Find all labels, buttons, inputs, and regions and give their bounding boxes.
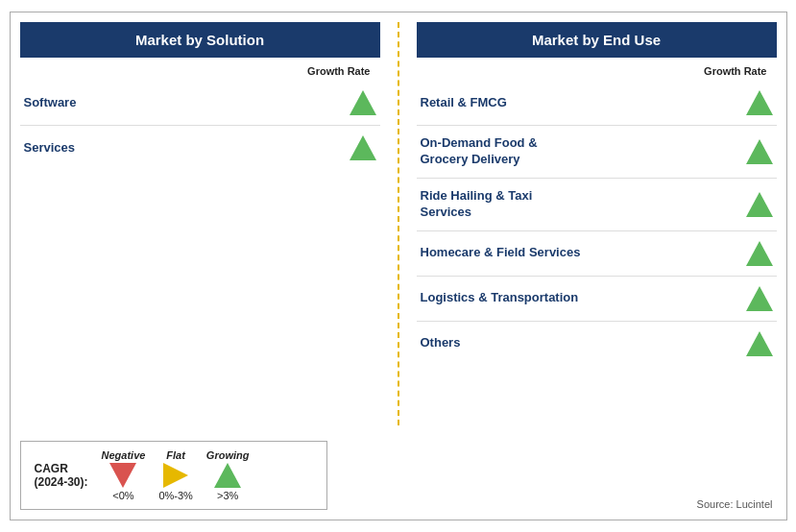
legend-flat-label: Flat <box>166 449 185 461</box>
source-label: Source: Lucintel <box>697 498 777 510</box>
right-arrow-ondemand <box>735 139 773 164</box>
legend-growing-range: >3% <box>217 490 238 501</box>
right-label-homecare: Homecare & Field Services <box>421 245 735 261</box>
up-arrow-icon <box>746 139 773 164</box>
up-arrow-icon <box>746 286 773 311</box>
up-arrow-icon <box>746 90 773 115</box>
legend-flat: Flat 0%-3% <box>158 449 192 501</box>
panel-divider <box>398 22 399 425</box>
right-label-logistics: Logistics & Transportation <box>421 290 735 306</box>
right-panel: Market by End Use Growth Rate Retail & F… <box>407 22 777 425</box>
right-arrow-ridehailing <box>735 192 773 217</box>
right-row-homecare: Homecare & Field Services <box>417 231 777 277</box>
right-label-ondemand: On-Demand Food &Grocery Delivery <box>421 135 735 168</box>
up-arrow-icon <box>746 331 773 356</box>
legend-negative-range: <0% <box>112 490 133 501</box>
right-growth-rate-label: Growth Rate <box>417 65 777 77</box>
right-arrow-retail <box>735 90 773 115</box>
up-arrow-icon <box>746 192 773 217</box>
legend-cagr-label: CAGR(2024-30): <box>35 462 88 489</box>
up-arrow-icon <box>214 463 241 488</box>
legend-negative: Negative <0% <box>102 449 146 501</box>
legend-negative-label: Negative <box>102 449 146 461</box>
legend-growing-label: Growing <box>206 449 250 461</box>
right-arrow-homecare <box>735 241 773 266</box>
down-arrow-icon <box>109 463 136 488</box>
left-label-software: Software <box>24 95 338 111</box>
right-row-logistics: Logistics & Transportation <box>417 277 777 322</box>
left-panel-header: Market by Solution <box>20 22 380 58</box>
bottom-area: CAGR(2024-30): Negative <0% Flat 0%-3% G… <box>20 431 777 510</box>
left-row-services: Services <box>20 126 380 170</box>
left-label-services: Services <box>24 140 338 157</box>
left-row-software: Software <box>20 81 380 126</box>
up-arrow-icon <box>350 90 376 115</box>
right-row-ridehailing: Ride Hailing & TaxiServices <box>417 179 777 231</box>
right-label-ridehailing: Ride Hailing & TaxiServices <box>421 188 735 221</box>
up-arrow-icon <box>350 135 376 160</box>
right-row-others: Others <box>417 322 777 366</box>
right-label-retail: Retail & FMCG <box>421 95 735 111</box>
left-arrow-services <box>338 135 376 160</box>
right-row-ondemand: On-Demand Food &Grocery Delivery <box>417 126 777 179</box>
right-label-others: Others <box>421 335 735 351</box>
right-panel-header: Market by End Use <box>417 22 777 58</box>
left-growth-rate-label: Growth Rate <box>20 65 380 77</box>
right-row-retail: Retail & FMCG <box>417 81 777 126</box>
panels-area: Market by Solution Growth Rate Software … <box>20 22 777 425</box>
right-arrow-icon <box>163 463 188 488</box>
main-container: Market by Solution Growth Rate Software … <box>10 12 787 520</box>
left-arrow-software <box>338 90 376 115</box>
left-panel: Market by Solution Growth Rate Software … <box>20 22 390 425</box>
right-arrow-others <box>735 331 773 356</box>
legend-area: CAGR(2024-30): Negative <0% Flat 0%-3% G… <box>20 441 327 510</box>
right-arrow-logistics <box>735 286 773 311</box>
up-arrow-icon <box>746 241 773 266</box>
legend-growing: Growing >3% <box>206 449 250 501</box>
legend-flat-range: 0%-3% <box>158 490 192 501</box>
